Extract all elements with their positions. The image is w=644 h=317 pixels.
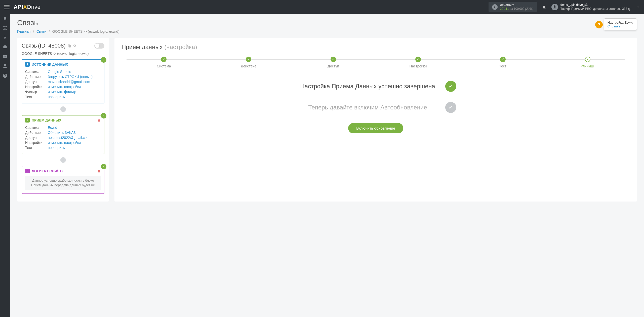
avatar-icon bbox=[551, 4, 558, 10]
stepper: ✓Система ✓Действие ✓Доступ ✓Настройки ✓Т… bbox=[122, 57, 630, 68]
actions-of: из bbox=[510, 7, 513, 11]
check-icon: ✓ bbox=[445, 81, 456, 92]
card-num: 2 bbox=[25, 118, 30, 123]
lp-title: Связь bbox=[22, 43, 37, 49]
nav-dollar-icon[interactable] bbox=[3, 35, 8, 40]
actions-counter[interactable]: i Действия: 22'111 из 100'000 (22%) bbox=[489, 2, 537, 12]
row-v[interactable]: проверить bbox=[48, 95, 65, 99]
row-k: Настройки bbox=[25, 141, 48, 145]
help-badge-icon[interactable]: ? bbox=[595, 21, 603, 28]
breadcrumb-current: GOOGLE SHEETS -> (ecwid, logic, ecwid) bbox=[52, 29, 119, 33]
nav-user-icon[interactable] bbox=[3, 64, 8, 69]
check-icon: ✓ bbox=[445, 102, 456, 113]
breadcrumb-links[interactable]: Связи bbox=[36, 29, 46, 33]
connection-toggle[interactable] bbox=[94, 43, 104, 49]
nav-briefcase-icon[interactable] bbox=[3, 45, 8, 50]
row-k: Фильтр bbox=[25, 90, 48, 94]
card-title: ПРИЕМ ДАННЫХ bbox=[32, 118, 61, 122]
row-v[interactable]: Ecwid bbox=[48, 126, 57, 130]
row-v[interactable]: Обновить ЗАКАЗ bbox=[48, 131, 76, 135]
logic-note: Данное условие сработает, если в блоке П… bbox=[25, 176, 101, 190]
help-title: Настройка Ecwid bbox=[608, 21, 633, 24]
step-settings[interactable]: ✓Настройки bbox=[376, 57, 460, 68]
page-title: Связь bbox=[17, 18, 637, 27]
menu-toggle[interactable] bbox=[4, 5, 10, 9]
vertical-sidebar bbox=[0, 14, 10, 317]
step-test[interactable]: ✓Тест bbox=[460, 57, 545, 68]
actions-pct: (22%) bbox=[525, 7, 533, 11]
actions-label: Действия: bbox=[500, 3, 533, 7]
check-icon: ✓ bbox=[101, 113, 106, 118]
card-num: 3 bbox=[25, 169, 30, 173]
row-k: Система bbox=[25, 70, 48, 74]
nav-help-icon[interactable] bbox=[3, 73, 8, 78]
actions-used: 22'111 bbox=[500, 7, 509, 11]
step-action[interactable]: ✓Действие bbox=[206, 57, 291, 68]
copy-icon[interactable] bbox=[68, 44, 71, 48]
add-button[interactable]: + bbox=[60, 106, 66, 112]
help-bubble: Настройка Ecwid Справка bbox=[604, 18, 637, 30]
row-v[interactable]: Google Sheets bbox=[48, 70, 71, 74]
row-v[interactable]: проверить bbox=[48, 146, 65, 150]
row-v[interactable]: maverickandrii@gmail.com bbox=[48, 80, 90, 84]
row-k: Тест bbox=[25, 95, 48, 99]
logo[interactable]: APIXDrive bbox=[14, 4, 41, 10]
rp-subtitle: (настройка) bbox=[164, 44, 197, 50]
lp-id: (ID: 48008) bbox=[38, 43, 66, 49]
row-k: Система bbox=[25, 126, 48, 130]
step-finish[interactable]: Финиш bbox=[545, 57, 630, 68]
finish-line1: Настройка Приема Данных успешно завершен… bbox=[295, 82, 440, 90]
row-k: Доступ bbox=[25, 80, 48, 84]
trash-icon[interactable] bbox=[97, 118, 101, 122]
actions-total: 100'000 bbox=[514, 7, 524, 11]
breadcrumb: Главная / Связи / GOOGLE SHEETS -> (ecwi… bbox=[17, 29, 637, 33]
card-logic: ✓ 3 ЛОГИКА ЕСЛИ/ТО Данное условие сработ… bbox=[22, 166, 104, 194]
breadcrumb-home[interactable]: Главная bbox=[17, 29, 30, 33]
row-k: Действие bbox=[25, 131, 48, 135]
chevron-down-icon[interactable] bbox=[631, 5, 640, 9]
rp-title: Прием данных bbox=[122, 44, 163, 50]
card-title: ИСТОЧНИК ДАННЫХ bbox=[32, 62, 68, 66]
topbar: APIXDrive i Действия: 22'111 из 100'000 … bbox=[0, 0, 644, 14]
main-content: ? Настройка Ecwid Справка Связь Главная … bbox=[10, 14, 644, 317]
check-icon: ✓ bbox=[101, 57, 106, 63]
row-v[interactable]: изменить фильтр bbox=[48, 90, 76, 94]
nav-home-icon[interactable] bbox=[3, 16, 8, 21]
lp-subtitle: GOOGLE SHEETS -> (ecwid, logic, ecwid) bbox=[22, 52, 104, 56]
row-k: Действие bbox=[25, 75, 48, 79]
user-block[interactable]: demo_apix-drive_s3 Тариф |Премиум PRO| д… bbox=[551, 3, 631, 11]
info-icon: i bbox=[492, 4, 498, 10]
row-v[interactable]: изменить настройки bbox=[48, 141, 81, 145]
gear-icon[interactable] bbox=[73, 44, 76, 48]
help-link[interactable]: Справка bbox=[608, 24, 620, 28]
row-v[interactable]: изменить настройки bbox=[48, 85, 81, 89]
add-button[interactable]: + bbox=[60, 157, 66, 163]
card-num: 1 bbox=[25, 62, 30, 67]
card-title: ЛОГИКА ЕСЛИ/ТО bbox=[32, 169, 63, 173]
nav-hierarchy-icon[interactable] bbox=[3, 25, 8, 30]
left-panel: Связь (ID: 48008) GOOGLE SHEETS -> (ecwi… bbox=[17, 38, 109, 202]
enable-update-button[interactable]: Включить обновление bbox=[348, 123, 403, 133]
step-access[interactable]: ✓Доступ bbox=[291, 57, 376, 68]
row-k: Тест bbox=[25, 146, 48, 150]
card-destination: ✓ 2 ПРИЕМ ДАННЫХ СистемаEcwid ДействиеОб… bbox=[22, 115, 104, 154]
card-source: ✓ 1 ИСТОЧНИК ДАННЫХ СистемаGoogle Sheets… bbox=[22, 59, 104, 103]
row-v[interactable]: apidritest2022@gmail.com bbox=[48, 136, 90, 140]
trash-icon[interactable] bbox=[97, 169, 101, 173]
row-v[interactable]: Загрузить СТРОКИ (новые) bbox=[48, 75, 93, 79]
row-k: Доступ bbox=[25, 136, 48, 140]
step-system[interactable]: ✓Система bbox=[122, 57, 206, 68]
finish-line2: Теперь давайте включим Автообновление bbox=[295, 103, 440, 111]
right-panel: Прием данных (настройка) ✓Система ✓Дейст… bbox=[114, 38, 637, 202]
bell-icon[interactable] bbox=[542, 5, 546, 9]
check-icon: ✓ bbox=[101, 164, 106, 169]
user-tariff: Тариф |Премиум PRO| до оплаты осталось 3… bbox=[560, 7, 631, 11]
row-k: Настройки bbox=[25, 85, 48, 89]
user-name: demo_apix-drive_s3 bbox=[560, 3, 631, 7]
nav-youtube-icon[interactable] bbox=[3, 54, 8, 59]
